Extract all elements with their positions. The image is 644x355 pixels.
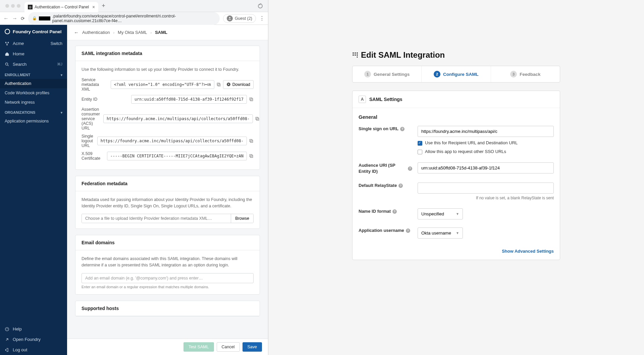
step-general[interactable]: 1General Settings [353,66,422,82]
show-advanced-link[interactable]: Show Advanced Settings [359,247,554,254]
subheading: General [359,114,554,120]
help-icon[interactable]: ? [392,209,397,214]
sidebar-item-network[interactable]: Network ingress [0,98,67,107]
browser-toolbar: ← → ⟳ 🔒 .palantirfoundry.com/workspace/c… [0,12,268,25]
card-title: Email domains [75,235,260,250]
svg-text:?: ? [6,328,8,330]
card-email-domains: Email domains Define the email domains a… [75,235,260,295]
help-icon[interactable]: ? [408,166,412,171]
browser-tab[interactable]: ◎ Authentication – Control Panel × [24,2,98,12]
svg-rect-11 [250,98,252,100]
field-value-acs[interactable]: https://foundry.acme.inc/multipass/api/c… [103,114,253,123]
field-value-slo[interactable]: https://foundry.acme.inc/multipass/api/c… [97,137,247,145]
content-scroll[interactable]: SAML integration metadata Use the follow… [67,40,268,355]
org-name: Acme [13,41,24,46]
profile-pill[interactable]: Guest (2) [223,14,256,23]
back-icon[interactable]: ← [3,15,9,21]
save-button[interactable]: Save [243,342,262,352]
close-icon[interactable]: × [92,4,95,10]
select-appusername[interactable]: Okta username ▼ [418,227,463,239]
address-bar[interactable]: 🔒 .palantirfoundry.com/workspace/control… [28,12,220,25]
sidebar-search[interactable]: Search ⌘J [0,59,67,69]
field-label-entity: Entity ID [82,97,128,102]
input-relaystate[interactable] [418,183,554,194]
help-icon[interactable]: ? [406,229,410,233]
file-upload: Browse [82,214,254,223]
copy-icon[interactable] [249,97,254,102]
copy-icon[interactable] [216,82,221,87]
copy-icon[interactable] [249,154,254,158]
checkbox-other-sso[interactable] [418,150,422,154]
lock-icon: 🔒 [32,16,37,20]
select-nameid[interactable]: Unspecified ▼ [418,208,463,219]
svg-rect-22 [355,55,356,56]
copy-icon[interactable] [255,116,260,121]
field-value-svcmeta[interactable]: <?xml version="1.0" encoding="UTF-8"?><m [111,80,214,89]
forward-icon[interactable]: → [12,15,17,21]
checkbox-recipient-url[interactable] [418,141,422,146]
step-configure[interactable]: 2Configure SAML [422,66,491,82]
card-description: Use the following information to set up … [82,66,254,73]
step-feedback[interactable]: 3Feedback [491,66,560,82]
foundry-app: Foundry Control Panel Acme Switch Home S… [0,25,268,355]
section-enrollment[interactable]: ENROLLMENT ▾ [0,69,67,79]
org-switcher[interactable]: Acme Switch [0,38,67,49]
main-content: ← Authentication › My Okta SAML › SAML S… [67,25,268,355]
sidebar-item-authentication[interactable]: Authentication [0,79,67,88]
test-saml-button[interactable]: Test SAML [183,342,214,352]
label-sso-url: Single sign on URL ? [359,126,412,132]
crumb-okta[interactable]: My Okta SAML [118,30,147,35]
helper-relaystate: If no value is set, a blank RelayState i… [418,196,554,200]
sidebar-home[interactable]: Home [0,49,67,59]
field-label-cert: X.509 Certificate [82,151,104,161]
help-icon[interactable]: ? [398,184,403,188]
label-relaystate: Default RelayState ? [359,183,412,189]
card-description: Metadata used for passing information ab… [82,197,254,209]
field-value-entity[interactable]: urn:uuid:a50ffd08-715d-4138-af39-1f1246f… [131,95,247,104]
search-shortcut: ⌘J [57,62,63,66]
field-label-slo: Single logout URL [82,134,94,148]
product-title: Foundry Control Panel [13,29,62,34]
input-sso-url[interactable] [418,126,554,137]
help-icon: ? [5,327,9,332]
field-value-cert[interactable]: -----BEGIN CERTIFICATE-----MIIE7jCCAtagA… [107,152,247,160]
svg-rect-13 [256,117,258,119]
chevron-down-icon: ▼ [456,231,459,235]
file-upload-input[interactable] [82,214,231,223]
svg-rect-15 [250,139,252,142]
sidebar-help[interactable]: ? Help [0,324,67,334]
crumb-authentication[interactable]: Authentication [82,30,110,35]
svg-point-0 [229,17,230,18]
section-orgs[interactable]: ORGANIZATIONS ▾ [0,107,67,116]
breadcrumb: ← Authentication › My Okta SAML › SAML [67,25,268,40]
sidebar-item-apppermissions[interactable]: Application permissions [0,116,67,126]
back-icon[interactable]: ← [74,30,79,35]
svg-rect-7 [218,84,220,86]
svg-rect-10 [251,98,253,101]
field-label-acs: Assertion consumer service (ACS) URL [82,107,100,131]
org-icon [5,41,9,46]
switch-link[interactable]: Switch [51,41,62,46]
tab-overflow-icon[interactable] [258,4,263,8]
new-tab-icon[interactable]: + [100,2,107,9]
copy-icon[interactable] [249,139,254,143]
cancel-button[interactable]: Cancel [217,342,240,352]
email-domain-input[interactable] [82,273,254,283]
reload-icon[interactable]: ⟳ [21,16,25,21]
okta-window: Edit SAML Integration 1General Settings … [268,0,644,355]
help-icon[interactable]: ? [400,127,405,131]
sidebar: Foundry Control Panel Acme Switch Home S… [0,25,67,355]
sidebar-item-codeworkbook[interactable]: Code Workbook profiles [0,88,67,98]
menu-icon[interactable]: ⋮ [259,15,265,21]
footer-bar: Test SAML Cancel Save [67,339,268,355]
sidebar-open-foundry[interactable]: Open Foundry [0,334,67,345]
sidebar-logout[interactable]: Log out [0,345,67,355]
label-audience-uri: Audience URI (SP Entity ID) ? [359,162,412,174]
browse-button[interactable]: Browse [231,214,253,223]
helper-text: Enter an email domain or a regular expre… [82,285,254,289]
svg-rect-21 [353,55,354,56]
window-controls[interactable] [3,4,23,8]
input-audience-uri[interactable] [418,162,554,173]
card-federation: Federation metadata Metadata used for pa… [75,176,260,229]
download-button[interactable]: Download [223,80,254,89]
